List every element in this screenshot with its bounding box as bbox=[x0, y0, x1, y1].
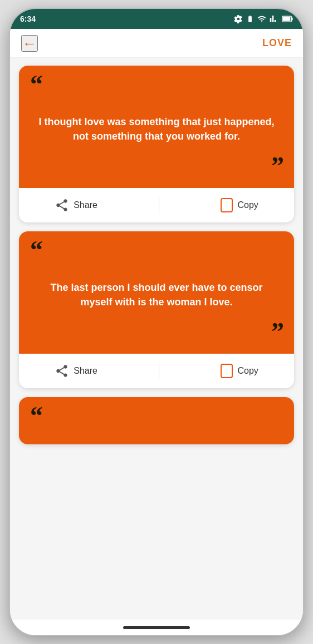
wifi-icon bbox=[257, 14, 266, 23]
share-icon-1 bbox=[55, 198, 69, 212]
quote-body-3: “ bbox=[19, 397, 294, 444]
close-quote-mark-2: ” bbox=[271, 322, 283, 343]
copy-label-2: Copy bbox=[237, 366, 258, 376]
copy-button-1[interactable]: Copy bbox=[211, 195, 268, 216]
quote-text-1: I thought love was something that just h… bbox=[30, 102, 283, 156]
open-quote-mark-2: “ bbox=[30, 240, 283, 261]
share-label-2: Share bbox=[74, 366, 97, 376]
quote-text-2: The last person I should ever have to ce… bbox=[30, 267, 283, 322]
battery-small-icon bbox=[246, 15, 254, 23]
quote-body-1: “ I thought love was something that just… bbox=[19, 66, 294, 188]
card-actions-2: Share Copy bbox=[19, 354, 294, 388]
share-button-2[interactable]: Share bbox=[45, 360, 107, 382]
signal-icon bbox=[270, 14, 278, 23]
quote-body-2: “ The last person I should ever have to … bbox=[19, 231, 294, 354]
quote-card-1: “ I thought love was something that just… bbox=[19, 66, 294, 222]
share-button-1[interactable]: Share bbox=[45, 195, 107, 216]
svg-rect-1 bbox=[292, 18, 293, 21]
svg-rect-2 bbox=[282, 17, 290, 21]
share-label-1: Share bbox=[74, 200, 97, 210]
status-bar: 6:34 bbox=[10, 9, 303, 29]
copy-button-2[interactable]: Copy bbox=[211, 360, 268, 382]
status-icons bbox=[234, 14, 293, 23]
home-bar bbox=[123, 626, 190, 629]
action-divider-1 bbox=[159, 196, 159, 214]
share-icon-2 bbox=[55, 364, 69, 378]
open-quote-mark-3: “ bbox=[30, 406, 283, 427]
close-quote-mark-1: ” bbox=[271, 156, 283, 177]
copy-icon-1 bbox=[221, 198, 233, 212]
copy-label-1: Copy bbox=[237, 200, 258, 210]
page-title: LOVE bbox=[262, 37, 292, 49]
top-nav: ← LOVE bbox=[10, 29, 303, 58]
quote-card-3: “ bbox=[19, 397, 294, 444]
home-indicator bbox=[10, 620, 303, 635]
phone-shell: 6:34 ← bbox=[9, 8, 304, 636]
battery-icon bbox=[282, 15, 293, 23]
open-quote-mark-1: “ bbox=[30, 75, 283, 95]
card-actions-1: Share Copy bbox=[19, 188, 294, 222]
settings-icon bbox=[234, 14, 243, 23]
back-button[interactable]: ← bbox=[21, 35, 38, 52]
quote-card-2: “ The last person I should ever have to … bbox=[19, 231, 294, 388]
quotes-list: “ I thought love was something that just… bbox=[10, 58, 303, 620]
copy-icon-2 bbox=[221, 364, 233, 378]
status-time: 6:34 bbox=[20, 14, 36, 23]
action-divider-2 bbox=[159, 362, 159, 380]
